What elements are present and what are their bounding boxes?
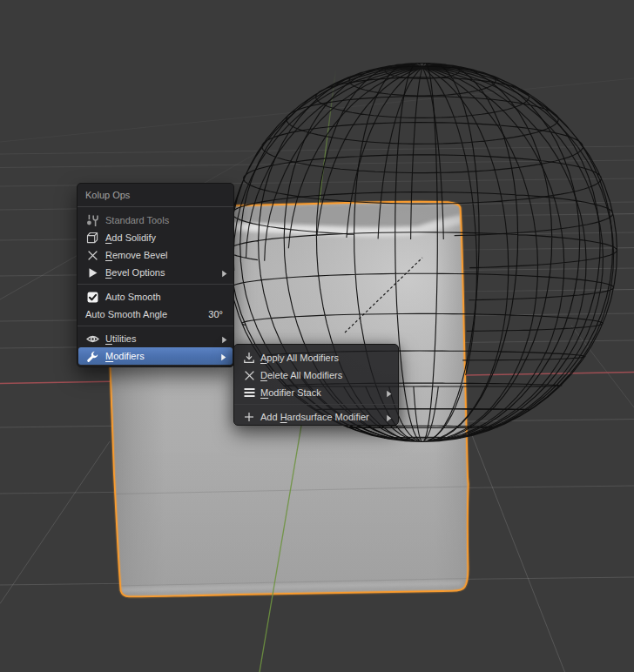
menu-item-apply-all-modifiers[interactable]: Apply All Modifiers	[234, 349, 398, 366]
play-icon	[85, 265, 99, 279]
menu-item-label: Auto Smooth	[105, 292, 161, 302]
submenu-arrow-icon	[220, 335, 228, 343]
submenu-arrow-icon	[220, 269, 228, 277]
menu-item-label: Auto Smooth Angle	[85, 309, 167, 319]
menu-item-label: Modifier Stack	[260, 387, 321, 398]
menu-item-utilities[interactable]: Utilities	[78, 330, 233, 347]
menu-icon	[242, 386, 256, 400]
submenu-arrow-icon	[219, 353, 227, 360]
context-menu-items: Standard ToolsAdd SolidifyRemove BevelBe…	[78, 212, 233, 365]
menu-item-modifier-stack[interactable]: Modifier Stack	[234, 384, 398, 401]
blender-viewport-screen: { "viewport": { "colors": { "background"…	[0, 0, 634, 672]
x-icon	[85, 248, 99, 262]
menu-item-value: 30°	[208, 309, 223, 319]
context-menu-title: Kolup Ops	[78, 184, 233, 206]
menu-separator	[78, 323, 233, 330]
wrench-icon	[85, 349, 99, 363]
menu-item-modifiers[interactable]: Modifiers	[78, 347, 233, 365]
menu-item-add-hardsurface-modifier[interactable]: Add Hardsurface Modifier	[234, 408, 398, 426]
menu-item-bevel-options[interactable]: Bevel Options	[78, 264, 233, 281]
submenu-items: Apply All ModifiersDelete All ModifiersM…	[234, 349, 398, 426]
menu-item-delete-all-modifiers[interactable]: Delete All Modifiers	[234, 366, 398, 384]
menu-separator	[78, 281, 233, 288]
modifiers-submenu: Apply All ModifiersDelete All ModifiersM…	[233, 344, 399, 426]
x-icon	[242, 368, 256, 382]
import-icon	[242, 351, 256, 365]
menu-item-add-solidify[interactable]: Add Solidify	[78, 229, 233, 246]
checkbox-checked-icon	[85, 290, 99, 304]
submenu-arrow-icon	[385, 389, 393, 397]
menu-item-label: Add Hardsurface Modifier	[260, 412, 369, 422]
menu-item-remove-bevel[interactable]: Remove Bevel	[78, 246, 233, 264]
menu-separator	[234, 401, 398, 408]
menu-item-label: Add Solidify	[105, 232, 156, 243]
menu-item-label: Remove Bevel	[105, 250, 168, 260]
menu-item-label: Modifiers	[105, 351, 145, 361]
menu-item-auto-smooth-angle[interactable]: Auto Smooth Angle30°	[78, 306, 233, 323]
menu-item-label: Delete All Modifiers	[260, 370, 342, 380]
menu-item-label: Standard Tools	[105, 215, 169, 225]
eye-icon	[85, 332, 99, 346]
menu-item-label: Bevel Options	[105, 267, 165, 278]
menu-item-label: Utilities	[105, 333, 136, 344]
menu-item-auto-smooth[interactable]: Auto Smooth	[78, 288, 233, 306]
solidify-icon	[85, 231, 99, 245]
submenu-arrow-icon	[385, 413, 393, 421]
menu-item-label: Apply All Modifiers	[260, 353, 339, 363]
menu-item-standard-tools[interactable]: Standard Tools	[78, 212, 233, 229]
plus-icon	[242, 410, 256, 424]
tools-icon	[85, 213, 99, 227]
context-menu-kolup-ops: Kolup Ops Standard ToolsAdd SolidifyRemo…	[77, 183, 234, 367]
